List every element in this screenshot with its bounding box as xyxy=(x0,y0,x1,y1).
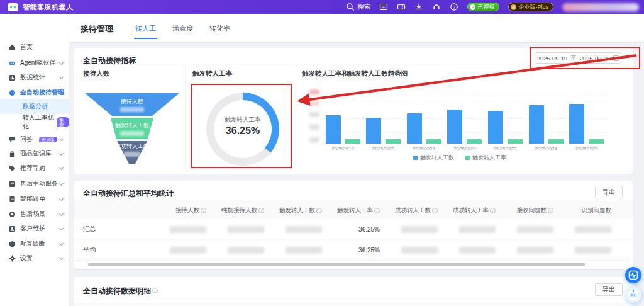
robot-face-icon xyxy=(628,289,639,300)
sidebar-item-product-kb[interactable]: 商品知识库 xyxy=(0,147,69,161)
chevron-down-icon xyxy=(59,225,64,230)
x-axis-label: 20250922 xyxy=(447,146,483,152)
trigger-rate-value: 36.25% xyxy=(358,247,380,254)
chevron-down-icon xyxy=(59,74,64,79)
date-range-picker[interactable]: 2025-09-19 至 2025-09-25 xyxy=(535,52,621,64)
table-row-total: 汇总 36.25% xyxy=(74,219,633,240)
coupon-icon[interactable] xyxy=(397,3,406,11)
monitor-float-button[interactable] xyxy=(625,267,641,283)
user-account-blurred[interactable] xyxy=(562,3,639,11)
sidebar-item-customer-care[interactable]: 客户维护 xyxy=(0,222,69,235)
gear-icon xyxy=(9,255,16,262)
trend-bar-rate xyxy=(548,139,564,144)
col-success-rate: 成功转人工率i xyxy=(438,207,496,215)
info-icon[interactable]: i xyxy=(490,208,496,213)
funnel-stage-success: 成功转人工数 xyxy=(117,141,147,164)
bar-group: 20250923 xyxy=(487,88,524,144)
download-icon[interactable] xyxy=(414,3,423,11)
sidebar-item-guide[interactable]: 推荐导购 xyxy=(0,161,69,175)
help-icon[interactable]: ? xyxy=(450,3,458,11)
info-icon[interactable]: i xyxy=(152,288,158,293)
redacted-cell xyxy=(459,247,496,254)
sidebar-item-diagnosis[interactable]: 配置诊断 xyxy=(0,237,69,251)
legend-item-rate[interactable]: 触发转人工率 xyxy=(465,154,506,162)
chevron-down-icon xyxy=(59,211,64,215)
sidebar-item-statistics[interactable]: 数据统计 xyxy=(0,71,69,84)
donut-section-title: 触发转人工率 xyxy=(192,69,232,78)
x-axis-label: 20250919 xyxy=(325,146,361,152)
redacted-cell xyxy=(286,226,322,233)
info-icon[interactable]: i xyxy=(258,208,264,213)
agent-icon xyxy=(9,60,16,67)
home-icon xyxy=(9,44,16,51)
trigger-rate-value: 36.25% xyxy=(358,226,380,233)
redacted-cell xyxy=(459,226,496,233)
chevron-down-icon xyxy=(59,60,64,64)
sidebar-item-agent[interactable]: Agent晓伙伴 xyxy=(0,56,69,70)
x-axis-label: 20250923 xyxy=(487,146,524,152)
sidebar-item-aftersale-scene[interactable]: 售后场景 xyxy=(0,207,69,221)
edition-badge[interactable]: 企业版-Plus xyxy=(508,3,553,11)
bar-group: 20250920 xyxy=(365,88,402,144)
search-button[interactable]: 搜索 xyxy=(346,3,370,11)
workbench-icon[interactable] xyxy=(379,3,388,11)
tag-icon xyxy=(9,165,16,172)
x-axis-label: 20250924 xyxy=(528,146,564,152)
sidebar-item-auto-reception[interactable]: 全自动接待管理 xyxy=(0,86,69,99)
sidebar-item-home[interactable]: 首页 xyxy=(0,40,69,54)
redacted-ytick xyxy=(309,112,319,117)
sidebar: 首页 Agent晓伙伴 数据统计 全自动接待管理 数据分析 转人工率优化 免费 … xyxy=(0,14,69,306)
sidebar-item-aftersale-service[interactable]: 售后主动服务 xyxy=(0,177,69,191)
col-trigger-count: 触发转人工数i xyxy=(264,207,322,215)
info-icon[interactable]: i xyxy=(548,208,553,213)
col-reception-count: 接待人数i xyxy=(148,207,206,215)
date-start: 2025-09-19 xyxy=(537,55,568,62)
legend-item-count[interactable]: 触发转人工数 xyxy=(413,154,454,162)
auto-reception-icon xyxy=(9,89,16,96)
col-success-count: 成功转人工数i xyxy=(380,207,438,215)
tab-transfer[interactable]: 转人工 xyxy=(135,14,156,43)
trend-bar-rate xyxy=(508,139,523,144)
trend-bar-count xyxy=(488,111,503,144)
tab-conversion[interactable]: 转化率 xyxy=(209,14,230,43)
headset-icon[interactable] xyxy=(432,3,441,11)
export-button[interactable]: 导出 xyxy=(595,283,623,296)
sidebar-item-smart-followup[interactable]: 智能跟单 xyxy=(0,192,69,206)
info-icon[interactable]: i xyxy=(374,208,380,213)
bar-group: 20250921 xyxy=(406,88,442,144)
funnel-stage-triggered: 触发转人工数 xyxy=(111,118,153,139)
page-header: 接待管理 转人工 满意度 转化率 xyxy=(69,14,644,43)
assistant-robot-button[interactable] xyxy=(625,286,641,303)
pulse-icon xyxy=(628,270,638,280)
chat-icon xyxy=(9,136,16,143)
free-badge: 免费 xyxy=(57,117,69,127)
chevron-down-icon xyxy=(59,181,64,185)
export-button[interactable]: 导出 xyxy=(595,186,623,198)
trend-bar-chart: 2025091920250920202509212025092220250923… xyxy=(312,88,608,159)
trend-bar-rate xyxy=(345,139,360,144)
trend-bar-count xyxy=(407,113,422,144)
trend-bar-count xyxy=(529,105,544,144)
sidebar-subitem-transfer-optimize[interactable]: 转人工率优化 免费 xyxy=(0,115,69,130)
sidebar-item-settings[interactable]: 设置 xyxy=(0,251,69,265)
chevron-down-icon xyxy=(59,150,64,155)
authorized-badge[interactable]: ✓ 已授权 xyxy=(467,3,499,11)
crown-icon xyxy=(511,4,516,10)
info-icon[interactable]: i xyxy=(201,208,206,213)
redacted-cell xyxy=(170,226,206,233)
chevron-down-icon xyxy=(59,165,64,169)
redacted-cell xyxy=(228,226,264,233)
table-header-row: 接待人数i 纯机接待人数i 触发转人工数i 触发转人工率i 成功转人工数i 成功… xyxy=(74,201,633,219)
horizontal-scrollbar[interactable] xyxy=(88,263,585,266)
tab-satisfaction[interactable]: 满意度 xyxy=(172,14,193,43)
funnel-section-title: 接待人数 xyxy=(83,69,109,78)
sidebar-subitem-data-analysis[interactable]: 数据分析 xyxy=(0,99,69,114)
info-icon[interactable]: i xyxy=(316,208,322,213)
redacted-cell xyxy=(575,226,611,233)
info-icon[interactable]: i xyxy=(432,208,438,213)
legend-dot-blue xyxy=(413,156,418,160)
sidebar-item-qa[interactable]: 问答 语义版 xyxy=(0,132,69,146)
page-title: 接待管理 xyxy=(80,23,113,35)
document-icon xyxy=(9,196,16,203)
panel-indicators: 全自动接待指标 2025-09-19 至 2025-09-25 接待人数 触发转… xyxy=(74,48,633,174)
